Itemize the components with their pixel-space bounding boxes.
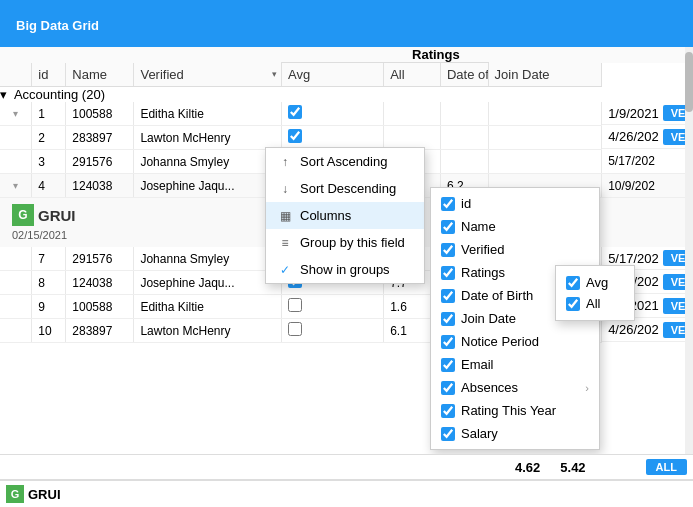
row-expand — [0, 271, 32, 295]
col-dob-header[interactable]: Date of Birth — [440, 63, 488, 87]
col-toggle-rating-year[interactable]: Rating This Year — [431, 399, 599, 422]
row-id: 283897 — [66, 319, 134, 343]
brand-name: GRUI — [38, 207, 76, 224]
column-header-row: id Name Verified ▾ Avg All — [0, 63, 693, 87]
scroll-thumb[interactable] — [685, 52, 693, 112]
row-joindate: 4/26/202 VERIFY — [602, 319, 692, 342]
ratings-avg-toggle[interactable]: Avg — [556, 272, 634, 293]
col-all-header[interactable]: All — [384, 63, 441, 87]
ratings-avg-label: Avg — [586, 275, 608, 290]
row-dob — [488, 102, 602, 126]
all-button[interactable]: ALL — [646, 459, 687, 475]
row-expand[interactable]: ▾ — [0, 102, 32, 126]
ratings-all-toggle[interactable]: All — [556, 293, 634, 314]
logo-cell: G GRUI 02/15/2021 — [0, 198, 134, 248]
table-row: ▾ 1 100588 Editha Kiltie 1/9/2021 VERIFY — [0, 102, 693, 126]
sort-ascending-item[interactable]: ↑ Sort Ascending — [266, 148, 424, 175]
row-id: 100588 — [66, 102, 134, 126]
col-dob-label: Date of Birth — [461, 288, 533, 303]
col-salary-label: Salary — [461, 426, 498, 441]
totals-row: 4.62 5.42 ALL — [0, 454, 693, 479]
row-name: Lawton McHenry — [134, 319, 282, 343]
row-name: Josephine Jaqu... — [134, 271, 282, 295]
row-id: 291576 — [66, 150, 134, 174]
col-toggle-salary[interactable]: Salary — [431, 422, 599, 445]
col-id-header[interactable]: id — [32, 63, 66, 87]
col-verified-label: Verified — [461, 242, 504, 257]
show-groups-check-icon: ✓ — [278, 263, 292, 277]
row-num: 10 — [32, 319, 66, 343]
col-verified-header[interactable]: Verified ▾ — [134, 63, 282, 87]
col-toggle-name[interactable]: Name — [431, 215, 599, 238]
ratings-sub-popup: Avg All — [555, 265, 635, 321]
group-by-label: Group by this field — [300, 235, 405, 250]
app-header: Big Data Grid — [0, 0, 693, 47]
row-name: Johanna Smyley — [134, 247, 282, 271]
row-avg — [384, 102, 441, 126]
col-ratings-label: Ratings — [461, 265, 505, 280]
sort-context-menu: ↑ Sort Ascending ↓ Sort Descending ▦ Col… — [265, 147, 425, 284]
row-expand — [0, 150, 32, 174]
col-name-label: Name — [461, 219, 496, 234]
group-row: ▾ Accounting (20) — [0, 87, 693, 103]
col-toggle-verified[interactable]: Verified — [431, 238, 599, 261]
logo-date: 02/15/2021 — [12, 229, 122, 241]
row-name: Editha Kiltie — [134, 295, 282, 319]
row-num: 3 — [32, 150, 66, 174]
row-id: 124038 — [66, 174, 134, 198]
row-id: 100588 — [66, 295, 134, 319]
columns-icon: ▦ — [278, 209, 292, 223]
col-toggle-id[interactable]: id — [431, 192, 599, 215]
col-joindate-header[interactable]: Join Date — [488, 63, 602, 87]
group-by-item[interactable]: ≡ Group by this field — [266, 229, 424, 256]
col-rating-year-label: Rating This Year — [461, 403, 556, 418]
col-email-label: Email — [461, 357, 494, 372]
row-expand — [0, 126, 32, 150]
sort-descending-label: Sort Descending — [300, 181, 396, 196]
row-num: 8 — [32, 271, 66, 295]
columns-label: Columns — [300, 208, 351, 223]
col-toggle-email[interactable]: Email — [431, 353, 599, 376]
row-name: Josephine Jaqu... — [134, 174, 282, 198]
row-dob — [488, 150, 602, 174]
row-all — [440, 126, 488, 150]
row-expand[interactable]: ▾ — [0, 174, 32, 198]
row-joindate: 4/26/202 VERIFY — [602, 126, 692, 149]
table-row: 2 283897 Lawton McHenry 4/26/202 VERIFY — [0, 126, 693, 150]
row-expand — [0, 319, 32, 343]
verified-dropdown-icon[interactable]: ▾ — [272, 69, 277, 79]
sort-desc-icon: ↓ — [278, 182, 292, 196]
show-in-groups-item[interactable]: ✓ Show in groups — [266, 256, 424, 283]
row-verified — [282, 126, 384, 150]
col-absences-label: Absences — [461, 380, 518, 395]
app-title: Big Data Grid — [16, 18, 99, 33]
group-label: Accounting (20) — [14, 87, 105, 102]
row-num: 9 — [32, 295, 66, 319]
col-expand — [0, 63, 32, 87]
group-expand-icon[interactable]: ▾ — [0, 87, 7, 102]
scroll-track[interactable] — [685, 47, 693, 454]
row-name: Editha Kiltie — [134, 102, 282, 126]
row-id: 124038 — [66, 271, 134, 295]
sort-descending-item[interactable]: ↓ Sort Descending — [266, 175, 424, 202]
row-joindate: 10/9/202 — [602, 174, 693, 198]
row-id: 283897 — [66, 126, 134, 150]
row-verified — [282, 295, 384, 319]
footer-logo: G GRUI — [6, 485, 61, 503]
col-name-header[interactable]: Name — [66, 63, 134, 87]
columns-item[interactable]: ▦ Columns — [266, 202, 424, 229]
row-joindate: 5/17/202 — [602, 150, 693, 174]
total-all: 5.42 — [560, 460, 585, 475]
ratings-group-header: Ratings — [384, 47, 488, 63]
row-name: Lawton McHenry — [134, 126, 282, 150]
col-toggle-absences[interactable]: Absences › — [431, 376, 599, 399]
app-container: Big Data Grid — [0, 0, 693, 507]
col-avg-header[interactable]: Avg — [282, 63, 384, 87]
row-avg — [384, 126, 441, 150]
footer-brand-name: GRUI — [28, 487, 61, 502]
row-expand — [0, 295, 32, 319]
row-num: 1 — [32, 102, 66, 126]
row-all — [440, 102, 488, 126]
sort-asc-icon: ↑ — [278, 155, 292, 169]
col-toggle-notice[interactable]: Notice Period — [431, 330, 599, 353]
